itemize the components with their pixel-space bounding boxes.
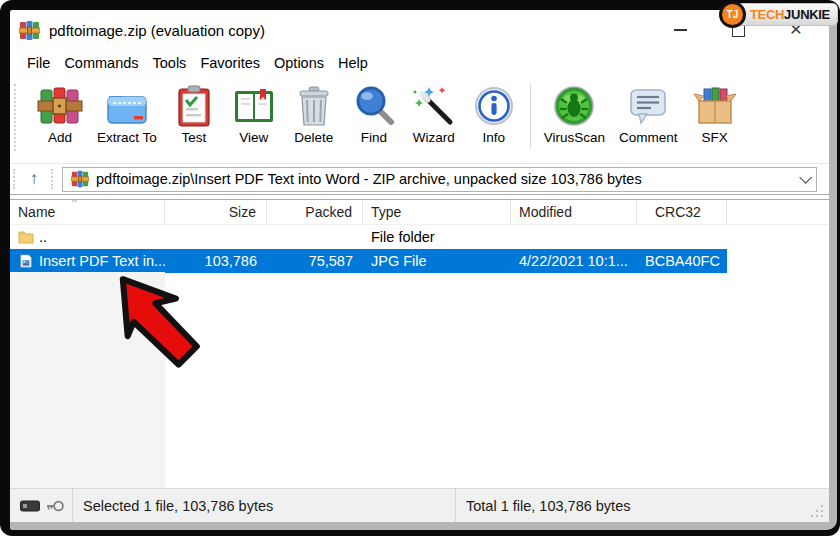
- cell-type: File folder: [363, 225, 511, 249]
- cell-packed: 75,587: [267, 249, 363, 273]
- toolbar-label-sfx: SFX: [701, 130, 727, 145]
- menu-help[interactable]: Help: [331, 53, 375, 73]
- logo-text-tech: TECH: [750, 7, 784, 22]
- toolbar-label-info: Info: [483, 130, 506, 145]
- status-bar: Selected 1 file, 103,786 bytes Total 1 f…: [10, 488, 829, 522]
- toolbar-button-add[interactable]: Add: [30, 81, 90, 147]
- column-header-packed[interactable]: Packed: [267, 200, 363, 224]
- cell-crc32: [637, 225, 727, 249]
- toolbar-button-virusscan[interactable]: VirusScan: [537, 81, 612, 147]
- toolbar-button-comment[interactable]: Comment: [612, 81, 685, 147]
- toolbar-label-delete: Delete: [294, 130, 333, 145]
- toolbar: Add Extract To: [10, 76, 829, 164]
- menu-favorites[interactable]: Favorites: [193, 53, 267, 73]
- up-arrow-icon: ↑: [30, 169, 39, 189]
- status-total-text: Total 1 file, 103,786 bytes: [456, 498, 829, 514]
- menu-bar: File Commands Tools Favorites Options He…: [10, 50, 829, 76]
- extract-folder-icon: [104, 83, 150, 129]
- column-header-modified[interactable]: Modified: [511, 200, 637, 224]
- cell-crc32: BCBA40FC: [637, 249, 727, 273]
- winrar-app-icon: [19, 20, 40, 41]
- screenshot-frame: TJ TECHJUNKIE pdftoimage.zip (evaluation…: [0, 0, 840, 536]
- key-icon: [46, 499, 64, 513]
- wizard-wand-icon: [411, 83, 457, 129]
- toolbar-label-extract-to: Extract To: [97, 130, 157, 145]
- cell-modified: 4/22/2021 10:1...: [511, 249, 637, 273]
- toolbar-button-delete[interactable]: Delete: [284, 81, 344, 147]
- menu-file[interactable]: File: [20, 53, 57, 73]
- address-bar: ↑ pdftoimage.zip\Insert PDF Text into Wo…: [10, 164, 829, 194]
- minimize-button[interactable]: [651, 10, 709, 50]
- up-directory-button[interactable]: ↑: [20, 167, 48, 191]
- column-header-size[interactable]: Size: [165, 200, 267, 224]
- drive-icon: [20, 500, 40, 512]
- info-circle-icon: [471, 83, 517, 129]
- toolbar-label-virusscan: VirusScan: [544, 130, 605, 145]
- title-bar: pdftoimage.zip (evaluation copy) ×: [10, 10, 829, 50]
- jpg-file-icon: [18, 254, 34, 268]
- table-row-parent-folder[interactable]: .. File folder: [10, 225, 829, 249]
- logo-text-junkie: JUNKIE: [784, 7, 830, 22]
- status-icons: [10, 489, 72, 522]
- toolbar-label-wizard: Wizard: [413, 130, 455, 145]
- archive-icon: [71, 170, 89, 188]
- minimize-icon: [674, 29, 687, 31]
- toolbar-button-find[interactable]: Find: [344, 81, 404, 147]
- toolbar-button-info[interactable]: Info: [464, 81, 524, 147]
- status-selected-text: Selected 1 file, 103,786 bytes: [73, 498, 455, 514]
- column-header-name[interactable]: Name ^: [10, 200, 165, 224]
- find-magnifier-icon: [351, 83, 397, 129]
- toolbar-label-add: Add: [48, 130, 72, 145]
- cell-packed: [267, 225, 363, 249]
- test-clipboard-icon: [171, 83, 217, 129]
- techjunkie-monogram-icon: TJ: [719, 1, 746, 28]
- folder-icon: [18, 230, 34, 244]
- cell-modified: [511, 225, 637, 249]
- techjunkie-pill: TJ TECHJUNKIE: [725, 3, 838, 26]
- window-title: pdftoimage.zip (evaluation copy): [49, 22, 265, 39]
- toolbar-button-wizard[interactable]: Wizard: [404, 81, 464, 147]
- toolbar-separator: [530, 83, 531, 149]
- column-header-crc32[interactable]: CRC32: [637, 200, 727, 224]
- archive-path-text: pdftoimage.zip\Insert PDF Text into Word…: [96, 171, 642, 187]
- gripper-handle[interactable]: [51, 169, 55, 189]
- resize-grip[interactable]: [811, 505, 823, 517]
- virus-scan-icon: [551, 83, 597, 129]
- view-book-icon: [231, 83, 277, 129]
- cell-name: ..: [10, 225, 165, 249]
- toolbar-label-test: Test: [181, 130, 206, 145]
- toolbar-button-sfx[interactable]: SFX: [685, 81, 745, 147]
- archive-path-combobox[interactable]: pdftoimage.zip\Insert PDF Text into Word…: [62, 167, 817, 192]
- menu-options[interactable]: Options: [267, 53, 331, 73]
- column-header-type[interactable]: Type: [363, 200, 511, 224]
- toolbar-button-view[interactable]: View: [224, 81, 284, 147]
- toolbar-label-view: View: [239, 130, 268, 145]
- add-archive-icon: [37, 83, 83, 129]
- menu-tools[interactable]: Tools: [146, 53, 194, 73]
- toolbar-button-test[interactable]: Test: [164, 81, 224, 147]
- delete-trash-icon: [291, 83, 337, 129]
- toolbar-label-find: Find: [361, 130, 387, 145]
- sfx-box-icon: [692, 83, 738, 129]
- chevron-down-icon[interactable]: [799, 171, 812, 184]
- gripper-handle[interactable]: [13, 169, 17, 189]
- selection-highlight: Insert PDF Text in... 103,786 75,587 JPG…: [10, 249, 727, 273]
- comment-bubble-icon: [625, 83, 671, 129]
- toolbar-label-comment: Comment: [619, 130, 678, 145]
- cell-size: 103,786: [165, 249, 267, 273]
- toolbar-button-extract-to[interactable]: Extract To: [90, 81, 164, 147]
- menu-commands[interactable]: Commands: [57, 53, 145, 73]
- cell-size: [165, 225, 267, 249]
- column-header-row: Name ^ Size Packed Type Modified CRC32: [10, 200, 829, 225]
- techjunkie-logo: TJ TECHJUNKIE: [725, 3, 838, 26]
- sort-ascending-icon: ^: [72, 200, 77, 208]
- cell-type: JPG File: [363, 249, 511, 273]
